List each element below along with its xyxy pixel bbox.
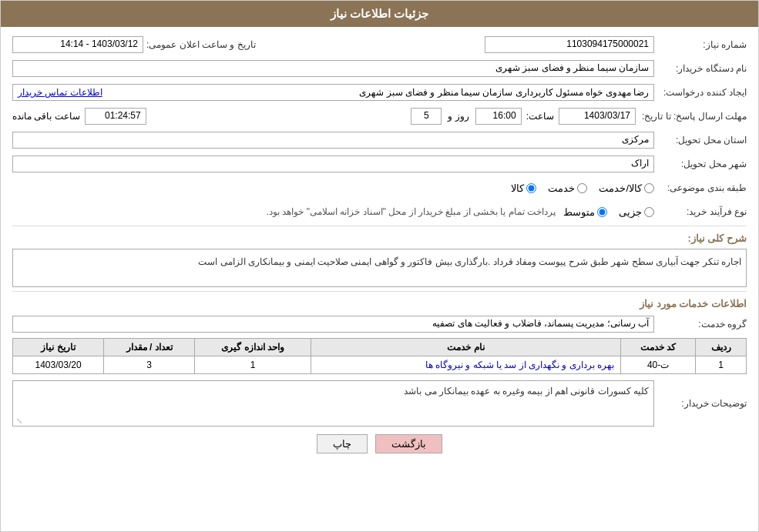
creator-row: رضا مهدوی خواه مسئول کاربرداری سازمان سی…: [12, 84, 654, 101]
purchase-option-jozi[interactable]: جزیی: [619, 206, 654, 218]
order-number-label: شماره نیاز:: [654, 39, 747, 50]
delivery-province-value: مرکزی: [12, 132, 654, 149]
deadline-time-label: ساعت:: [526, 111, 554, 122]
order-number-value: 1103094175000021: [485, 36, 654, 53]
category-radio-group: کالا/خدمت خدمت کالا: [511, 182, 654, 194]
buyer-notes-label: توضیحات خریدار:: [654, 398, 747, 409]
deadline-remaining-label: ساعت باقی مانده: [12, 111, 80, 122]
description-title: شرح کلی نیاز:: [12, 233, 747, 244]
deadline-remaining: 01:24:57: [85, 108, 146, 125]
purchase-note: پرداخت تمام یا بخشی از مبلغ خریدار از مح…: [267, 206, 556, 217]
category-option-khedmat[interactable]: خدمت: [548, 182, 587, 194]
delivery-city-label: شهر محل تحویل:: [654, 159, 747, 169]
action-buttons: بازگشت چاپ: [12, 434, 747, 461]
col-name: نام خدمت: [311, 339, 621, 356]
table-cell: ت-40: [621, 356, 696, 374]
table-cell: 1403/03/20: [13, 356, 104, 374]
services-table: ردیف کد خدمت نام خدمت واحد اندازه گیری ت…: [12, 338, 747, 374]
purchase-option-motavasset[interactable]: متوسط: [563, 206, 607, 218]
delivery-province-label: استان محل تحویل:: [654, 135, 747, 146]
col-date: تاریخ نیاز: [13, 339, 104, 356]
col-qty: تعداد / مقدار: [104, 339, 195, 356]
category-label: طبقه بندی موضوعی:: [654, 182, 747, 193]
table-row: 1ت-40بهره برداری و نگهداری از سد یا شبکه…: [13, 356, 747, 374]
col-unit: واحد اندازه گیری: [195, 339, 311, 356]
deadline-date: 1403/03/17: [559, 108, 636, 125]
creator-label: ایجاد کننده درخواست:: [654, 87, 747, 98]
service-group-label: گروه خدمت:: [654, 319, 747, 330]
col-code: کد خدمت: [621, 339, 696, 356]
table-cell: 3: [104, 356, 195, 374]
deadline-label: مهلت ارسال پاسخ: تا تاریخ:: [636, 111, 747, 122]
buyer-org-value: سازمان سیما منظر و فضای سبز شهری: [12, 60, 654, 77]
page-title: جزئیات اطلاعات نیاز: [331, 7, 428, 20]
buyer-notes-box: کلیه کسورات قانونی اهم از بیمه وغیره به …: [12, 380, 654, 427]
deadline-day-label: روز و: [448, 111, 468, 122]
page-header: جزئیات اطلاعات نیاز: [1, 1, 758, 27]
col-row: ردیف: [696, 339, 747, 356]
creator-link[interactable]: اطلاعات تماس خریدار: [18, 87, 102, 98]
service-group-value: آب رسانی؛ مدیریت پسماند، فاضلاب و فعالیت…: [12, 316, 654, 333]
creator-value: رضا مهدوی خواه مسئول کاربرداری سازمان سی…: [359, 87, 649, 98]
delivery-city-value: اراک: [12, 156, 654, 172]
category-option-kala-khedmat[interactable]: کالا/خدمت: [599, 182, 654, 194]
print-button[interactable]: چاپ: [317, 434, 368, 453]
buyer-org-label: نام دستگاه خریدار:: [654, 63, 747, 74]
resize-handle: ⤡: [15, 417, 22, 424]
purchase-type-label: نوع فرآیند خرید:: [654, 206, 747, 217]
table-cell: 1: [195, 356, 311, 374]
back-button[interactable]: بازگشت: [375, 434, 442, 453]
buyer-notes-value: کلیه کسورات قانونی اهم از بیمه وغیره به …: [404, 386, 649, 396]
deadline-days: 5: [411, 108, 442, 125]
table-cell: 1: [696, 356, 747, 374]
announce-date-label: تاریخ و ساعت اعلان عمومی:: [143, 39, 256, 50]
category-option-kala[interactable]: کالا: [511, 182, 536, 194]
description-text: اجاره تنکر جهت آبیاری سطح شهر طبق شرح پی…: [12, 249, 747, 287]
purchase-radio-group: جزیی متوسط: [563, 206, 654, 218]
services-title: اطلاعات خدمات مورد نیاز: [12, 298, 747, 309]
table-cell: بهره برداری و نگهداری از سد یا شبکه و نی…: [311, 356, 621, 374]
deadline-time: 16:00: [475, 108, 522, 125]
announce-date-value: 1403/03/12 - 14:14: [12, 36, 143, 53]
